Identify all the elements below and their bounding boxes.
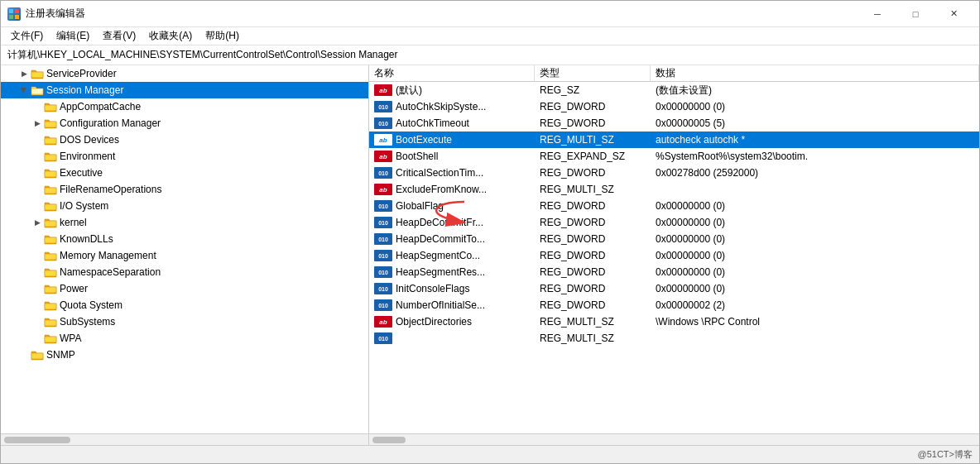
- registry-horizontal-scrollbar[interactable]: [369, 433, 979, 445]
- title-bar: 注册表编辑器 ─ □ ✕: [1, 1, 979, 27]
- tree-item-power[interactable]: ▶ Power: [1, 280, 368, 297]
- reg-cell-type: REG_MULTI_SZ: [535, 181, 651, 198]
- reg-cell-data: 0x00000000 (0): [651, 98, 979, 115]
- tree-item-snmp[interactable]: ▶ SNMP: [1, 347, 368, 363]
- reg-scrollbar-thumb[interactable]: [372, 437, 406, 443]
- tree-panel: ▶ ServiceProvider ▶: [1, 65, 369, 445]
- reg-icon-dword: 010: [374, 167, 392, 179]
- svg-rect-1: [15, 9, 19, 13]
- tree-item-configuration-manager[interactable]: ▶ Configuration Manager: [1, 115, 368, 132]
- svg-rect-0: [9, 9, 13, 13]
- reg-cell-data: \Windows \RPC Control: [651, 313, 979, 330]
- tree-item-io-system[interactable]: ▶ I/O System: [1, 198, 368, 214]
- tree-item-knowndlls[interactable]: ▶ KnownDLLs: [1, 231, 368, 247]
- tree-content[interactable]: ▶ ServiceProvider ▶: [1, 65, 368, 433]
- menu-file[interactable]: 文件(F): [4, 27, 50, 45]
- menu-help[interactable]: 帮助(H): [199, 27, 246, 45]
- reg-cell-data: 0x00000005 (5): [651, 115, 979, 132]
- title-bar-left: 注册表编辑器: [7, 7, 85, 21]
- reg-row-numberofinitialse[interactable]: 010 NumberOfInitialSe... REG_DWORD 0x000…: [369, 297, 979, 313]
- folder-icon: [44, 233, 57, 245]
- tree-horizontal-scrollbar[interactable]: [1, 433, 368, 445]
- tree-label: AppCompatCache: [60, 101, 141, 112]
- reg-cell-type: REG_SZ: [535, 82, 651, 98]
- maximize-button[interactable]: □: [896, 1, 934, 27]
- tree-label: Memory Management: [60, 250, 156, 261]
- reg-row-heapsegmentco[interactable]: 010 HeapSegmentCo... REG_DWORD 0x0000000…: [369, 247, 979, 264]
- menu-edit[interactable]: 编辑(E): [50, 27, 96, 45]
- menu-favorites[interactable]: 收藏夹(A): [142, 27, 199, 45]
- menu-view[interactable]: 查看(V): [96, 27, 142, 45]
- folder-icon: [31, 349, 44, 361]
- tree-arrow: ▶: [31, 216, 44, 229]
- reg-cell-data: (数值未设置): [651, 82, 979, 98]
- reg-row-criticalsection[interactable]: 010 CriticalSectionTim... REG_DWORD 0x00…: [369, 165, 979, 181]
- reg-cell-data: 0x00000000 (0): [651, 198, 979, 214]
- reg-row-bootshell[interactable]: ab BootShell REG_EXPAND_SZ %SystemRoot%\…: [369, 148, 979, 165]
- svg-rect-2: [9, 15, 13, 19]
- folder-icon: [44, 250, 57, 261]
- reg-icon-dword: 010: [374, 101, 392, 112]
- reg-cell-data: 0x00000000 (0): [651, 264, 979, 280]
- reg-row-excludefromknow[interactable]: ab ExcludeFromKnow... REG_MULTI_SZ: [369, 181, 979, 198]
- folder-icon: [44, 117, 57, 129]
- tree-item-environment[interactable]: ▶ Environment: [1, 148, 368, 165]
- reg-cell-type: REG_DWORD: [535, 115, 651, 132]
- tree-label: NamespaceSeparation: [60, 266, 161, 278]
- folder-icon: [44, 151, 57, 162]
- reg-cell-type: REG_DWORD: [535, 98, 651, 115]
- folder-icon: [44, 101, 57, 112]
- reg-cell-type: REG_DWORD: [535, 297, 651, 313]
- reg-icon-dword: 010: [374, 117, 392, 129]
- tree-label: KnownDLLs: [60, 233, 113, 245]
- reg-icon-dword: 010: [374, 217, 392, 228]
- main-content: ▶ ServiceProvider ▶: [1, 65, 979, 445]
- folder-icon: [44, 283, 57, 294]
- reg-cell-data: [651, 181, 979, 198]
- tree-arrow: ▶: [17, 67, 31, 80]
- col-header-name: 名称: [369, 65, 535, 81]
- tree-item-quota-system[interactable]: ▶ Quota System: [1, 297, 368, 313]
- tree-label: Environment: [60, 151, 115, 162]
- reg-row-autochktimeout[interactable]: 010 AutoChkTimeout REG_DWORD 0x00000005 …: [369, 115, 979, 132]
- reg-row-bootexecute[interactable]: ab BootExecute REG_MULTI_SZ autocheck au…: [369, 132, 979, 148]
- folder-icon: [44, 200, 57, 212]
- folder-icon: [44, 217, 57, 228]
- reg-row-initconsoleflags[interactable]: 010 InitConsoleFlags REG_DWORD 0x0000000…: [369, 280, 979, 297]
- tree-item-memory-mgmt[interactable]: ▶ Memory Management: [1, 247, 368, 264]
- tree-item-dos-devices[interactable]: ▶ DOS Devices: [1, 132, 368, 148]
- reg-row-heapdecommitfr[interactable]: 010 HeapDeCommitFr... REG_DWORD 0x000000…: [369, 214, 979, 231]
- close-button[interactable]: ✕: [934, 1, 973, 27]
- tree-scrollbar-thumb[interactable]: [4, 437, 70, 443]
- tree-item-kernel[interactable]: ▶ kernel: [1, 214, 368, 231]
- registry-panel: 名称 类型 数据 ab (默认) REG_SZ (数值未设置) 0: [369, 65, 979, 445]
- tree-item-filerename[interactable]: ▶ FileRenameOperations: [1, 181, 368, 198]
- folder-icon: [44, 184, 57, 195]
- reg-row-partial[interactable]: 010 REG_MULTI_SZ: [369, 330, 979, 347]
- reg-row-default[interactable]: ab (默认) REG_SZ (数值未设置): [369, 82, 979, 98]
- reg-row-heapdecommitto[interactable]: 010 HeapDeCommitTo... REG_DWORD 0x000000…: [369, 231, 979, 247]
- folder-icon: [44, 167, 57, 179]
- tree-label: Quota System: [60, 299, 122, 311]
- reg-icon-dword: 010: [374, 299, 392, 311]
- reg-cell-name: 010 InitConsoleFlags: [369, 280, 535, 297]
- menu-bar: 文件(F) 编辑(E) 查看(V) 收藏夹(A) 帮助(H): [1, 27, 979, 45]
- reg-cell-type: REG_DWORD: [535, 247, 651, 264]
- tree-item-serviceprovider[interactable]: ▶ ServiceProvider: [1, 65, 368, 82]
- tree-item-executive[interactable]: ▶ Executive: [1, 165, 368, 181]
- registry-rows[interactable]: ab (默认) REG_SZ (数值未设置) 010 AutoChkSkipSy…: [369, 82, 979, 433]
- tree-item-wpa[interactable]: ▶ WPA: [1, 330, 368, 347]
- tree-item-appcompatcache[interactable]: ▶ AppCompatCache: [1, 98, 368, 115]
- tree-item-subsystems[interactable]: ▶ SubSystems: [1, 313, 368, 330]
- address-text: 计算机\HKEY_LOCAL_MACHINE\SYSTEM\CurrentCon…: [7, 48, 398, 62]
- tree-item-session-manager[interactable]: ▶ Session Manager: [1, 82, 368, 98]
- reg-row-heapsegmentres[interactable]: 010 HeapSegmentRes... REG_DWORD 0x000000…: [369, 264, 979, 280]
- reg-row-autochkskip[interactable]: 010 AutoChkSkipSyste... REG_DWORD 0x0000…: [369, 98, 979, 115]
- reg-cell-type: REG_EXPAND_SZ: [535, 148, 651, 165]
- tree-item-namespace[interactable]: ▶ NamespaceSeparation: [1, 264, 368, 280]
- registry-editor-window: 注册表编辑器 ─ □ ✕ 文件(F) 编辑(E) 查看(V) 收藏夹(A) 帮助…: [0, 0, 980, 464]
- reg-cell-type: REG_DWORD: [535, 198, 651, 214]
- reg-row-objectdirectories[interactable]: ab ObjectDirectories REG_MULTI_SZ \Windo…: [369, 313, 979, 330]
- reg-row-globalflag[interactable]: 010 GlobalFlag REG_DWORD 0x00000000 (0): [369, 198, 979, 214]
- minimize-button[interactable]: ─: [858, 1, 896, 27]
